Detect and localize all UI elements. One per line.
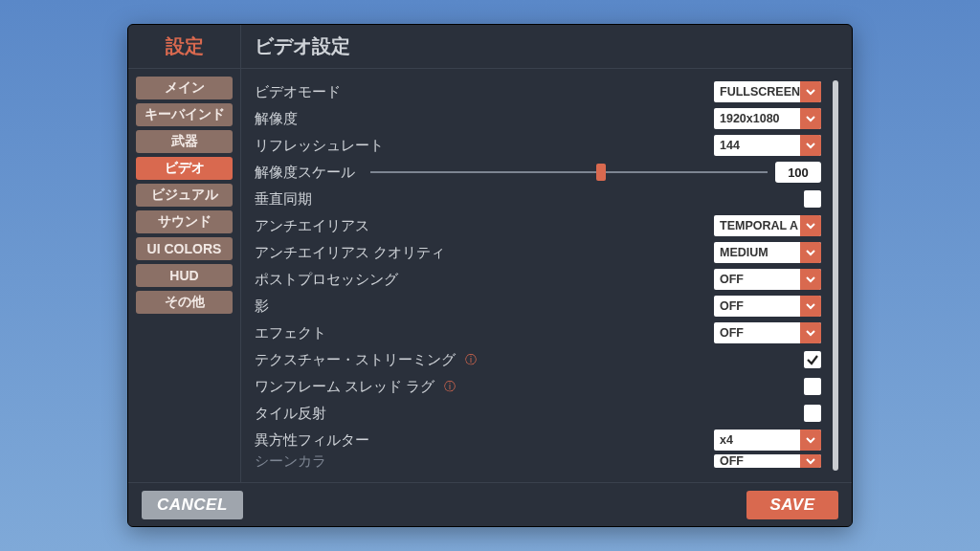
checkbox-tile-refl[interactable] bbox=[804, 405, 821, 422]
label-post: ポストプロセッシング bbox=[255, 271, 398, 289]
chevron-down-icon[interactable] bbox=[800, 135, 821, 156]
settings-window: 設定 ビデオ設定 メイン キーバインド 武器 ビデオ ビジュアル サウンド UI… bbox=[127, 24, 853, 527]
row-tex-stream: テクスチャー・ストリーミング ⓘ bbox=[255, 346, 821, 373]
scrollbar[interactable] bbox=[833, 80, 838, 471]
select-post-value: OFF bbox=[714, 269, 800, 290]
checkbox-vsync[interactable] bbox=[804, 190, 821, 208]
label-res-scale: 解像度スケール bbox=[255, 164, 355, 182]
row-aa-quality: アンチエイリアス クオリティ MEDIUM bbox=[255, 239, 821, 266]
select-aniso[interactable]: x4 bbox=[714, 430, 821, 451]
row-shadows: 影 OFF bbox=[255, 293, 821, 320]
label-aa-quality: アンチエイリアス クオリティ bbox=[255, 244, 445, 262]
label-tex-stream: テクスチャー・ストリーミング bbox=[255, 351, 456, 369]
slider-res-scale[interactable]: 100 bbox=[370, 162, 821, 183]
label-aniso: 異方性フィルター bbox=[255, 431, 369, 450]
chevron-down-icon[interactable] bbox=[800, 454, 821, 468]
row-resolution: 解像度 1920x1080 bbox=[255, 105, 821, 132]
titlebar-settings-label: 設定 bbox=[128, 25, 241, 68]
select-aa-quality-value: MEDIUM bbox=[714, 242, 800, 263]
sidebar-item-hud[interactable]: HUD bbox=[136, 264, 233, 287]
select-video-mode-value: FULLSCREEN bbox=[714, 81, 800, 102]
row-video-mode: ビデオモード FULLSCREEN bbox=[255, 78, 821, 105]
select-video-mode[interactable]: FULLSCREEN bbox=[714, 81, 821, 102]
content-area: ビデオモード FULLSCREEN 解像度 1920x1080 bbox=[241, 69, 852, 482]
label-aa: アンチエイリアス bbox=[255, 217, 369, 235]
sidebar-item-main[interactable]: メイン bbox=[136, 77, 233, 99]
label-vsync: 垂直同期 bbox=[255, 190, 312, 209]
label-shadows: 影 bbox=[255, 298, 269, 316]
chevron-down-icon[interactable] bbox=[800, 322, 821, 343]
select-shadows-value: OFF bbox=[714, 296, 800, 317]
select-effects-value: OFF bbox=[714, 322, 800, 343]
save-button[interactable]: SAVE bbox=[746, 491, 838, 519]
select-resolution-value: 1920x1080 bbox=[714, 108, 800, 129]
select-refresh[interactable]: 144 bbox=[714, 135, 821, 156]
slider-thumb[interactable] bbox=[596, 164, 606, 181]
chevron-down-icon[interactable] bbox=[800, 296, 821, 317]
sidebar-item-weapons[interactable]: 武器 bbox=[136, 130, 233, 153]
row-refresh: リフレッシュレート 144 bbox=[255, 132, 821, 159]
help-icon[interactable]: ⓘ bbox=[465, 352, 477, 368]
select-aa[interactable]: TEMPORAL A bbox=[714, 215, 821, 236]
sidebar-item-uicolors[interactable]: UI COLORS bbox=[136, 237, 233, 260]
row-post: ポストプロセッシング OFF bbox=[255, 266, 821, 293]
settings-title: 設定 bbox=[166, 33, 204, 59]
page-title: ビデオ設定 bbox=[255, 33, 350, 59]
row-one-frame: ワンフレーム スレッド ラグ ⓘ bbox=[255, 373, 821, 400]
sidebar-item-other[interactable]: その他 bbox=[136, 291, 233, 314]
select-refresh-value: 144 bbox=[714, 135, 800, 156]
chevron-down-icon[interactable] bbox=[800, 430, 821, 451]
checkbox-one-frame[interactable] bbox=[804, 378, 821, 395]
checkbox-tex-stream[interactable] bbox=[804, 351, 821, 368]
select-resolution[interactable]: 1920x1080 bbox=[714, 108, 821, 129]
select-aa-quality[interactable]: MEDIUM bbox=[714, 242, 821, 263]
row-effects: エフェクト OFF bbox=[255, 320, 821, 346]
footer: CANCEL SAVE bbox=[128, 482, 852, 526]
chevron-down-icon[interactable] bbox=[800, 81, 821, 102]
slider-value: 100 bbox=[775, 162, 821, 183]
window-body: メイン キーバインド 武器 ビデオ ビジュアル サウンド UI COLORS H… bbox=[128, 69, 852, 482]
slider-track[interactable] bbox=[370, 171, 768, 173]
titlebar: 設定 ビデオ設定 bbox=[128, 25, 852, 69]
sidebar-item-keybind[interactable]: キーバインド bbox=[136, 103, 233, 126]
row-tile-refl: タイル反射 bbox=[255, 400, 821, 427]
sidebar: メイン キーバインド 武器 ビデオ ビジュアル サウンド UI COLORS H… bbox=[128, 69, 241, 482]
select-cut-value: OFF bbox=[714, 454, 800, 468]
select-effects[interactable]: OFF bbox=[714, 322, 821, 343]
save-button-label: SAVE bbox=[769, 496, 814, 515]
select-aniso-value: x4 bbox=[714, 430, 800, 451]
chevron-down-icon[interactable] bbox=[800, 215, 821, 236]
row-res-scale: 解像度スケール 100 bbox=[255, 159, 821, 186]
label-video-mode: ビデオモード bbox=[255, 83, 341, 101]
select-aa-value: TEMPORAL A bbox=[714, 215, 800, 236]
select-cut[interactable]: OFF bbox=[714, 454, 821, 468]
label-refresh: リフレッシュレート bbox=[255, 137, 384, 155]
sidebar-item-video[interactable]: ビデオ bbox=[136, 157, 233, 180]
label-effects: エフェクト bbox=[255, 324, 326, 342]
label-one-frame: ワンフレーム スレッド ラグ bbox=[255, 378, 434, 396]
cancel-button[interactable]: CANCEL bbox=[142, 491, 243, 519]
select-shadows[interactable]: OFF bbox=[714, 296, 821, 317]
row-aniso: 異方性フィルター x4 bbox=[255, 427, 821, 453]
sidebar-item-visual[interactable]: ビジュアル bbox=[136, 184, 233, 207]
cancel-button-label: CANCEL bbox=[157, 496, 228, 515]
chevron-down-icon[interactable] bbox=[800, 108, 821, 129]
chevron-down-icon[interactable] bbox=[800, 269, 821, 290]
label-cut: シーンカラ bbox=[255, 453, 326, 469]
row-aa: アンチエイリアス TEMPORAL A bbox=[255, 212, 821, 239]
row-vsync: 垂直同期 bbox=[255, 186, 821, 212]
titlebar-page-label: ビデオ設定 bbox=[241, 25, 852, 68]
sidebar-item-sound[interactable]: サウンド bbox=[136, 210, 233, 233]
chevron-down-icon[interactable] bbox=[800, 242, 821, 263]
label-resolution: 解像度 bbox=[255, 110, 298, 128]
content-inner: ビデオモード FULLSCREEN 解像度 1920x1080 bbox=[255, 78, 829, 473]
label-tile-refl: タイル反射 bbox=[255, 405, 326, 423]
select-post[interactable]: OFF bbox=[714, 269, 821, 290]
row-cut: シーンカラ OFF bbox=[255, 453, 821, 469]
help-icon[interactable]: ⓘ bbox=[444, 379, 456, 395]
